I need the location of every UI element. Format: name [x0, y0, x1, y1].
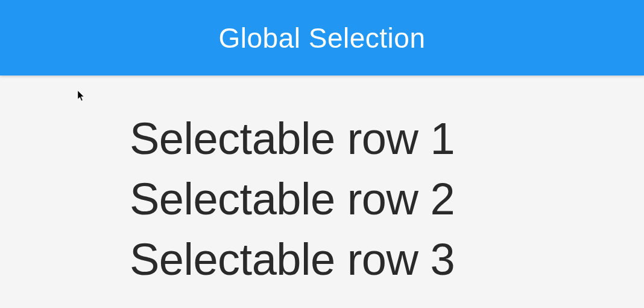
selectable-row[interactable]: Selectable row 3 — [130, 229, 644, 290]
selectable-row[interactable]: Selectable row 1 — [130, 109, 644, 169]
page-title: Global Selection — [219, 22, 426, 54]
selectable-row[interactable]: Selectable row 2 — [130, 169, 644, 229]
content-area: Selectable row 1 Selectable row 2 Select… — [0, 75, 644, 290]
app-header: Global Selection — [0, 0, 644, 75]
